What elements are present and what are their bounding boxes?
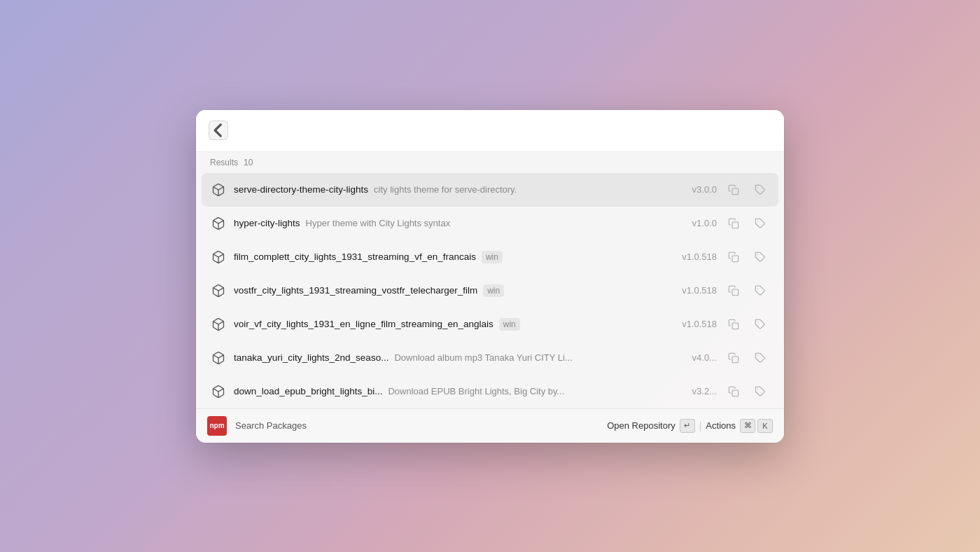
copy-button[interactable] bbox=[724, 247, 743, 267]
actions-button[interactable]: Actions bbox=[706, 420, 736, 431]
npm-logo: npm bbox=[207, 416, 227, 436]
package-icon bbox=[210, 249, 227, 265]
result-right: v3.2... bbox=[668, 382, 770, 401]
result-main: down_load_epub_bright_lights_bi...Downlo… bbox=[234, 386, 661, 396]
copy-button[interactable] bbox=[724, 214, 743, 233]
package-version: v1.0.518 bbox=[668, 319, 717, 329]
bookmark-button[interactable] bbox=[750, 180, 770, 200]
package-name: serve-directory-theme-city-lights bbox=[234, 184, 368, 195]
search-input[interactable]: city-lights bbox=[237, 124, 771, 137]
footer-divider: | bbox=[699, 420, 702, 432]
result-right: v4.0... bbox=[668, 348, 770, 368]
svg-rect-19 bbox=[732, 390, 738, 396]
result-item[interactable]: down_load_epub_bright_lights_bi...Downlo… bbox=[202, 375, 778, 408]
package-description: Download EPUB Bright Lights, Big City by… bbox=[388, 386, 564, 396]
results-header: Results 10 bbox=[196, 152, 784, 173]
svg-rect-16 bbox=[732, 357, 738, 363]
footer-actions: Open Repository ↵ | Actions ⌘ K bbox=[607, 419, 773, 433]
result-item[interactable]: voir_vf_city_lights_1931_en_ligne_film_s… bbox=[202, 308, 778, 341]
footer: npm Search Packages Open Repository ↵ | … bbox=[196, 408, 784, 443]
result-right: v3.0.0 bbox=[668, 180, 770, 200]
bookmark-button[interactable] bbox=[750, 382, 770, 401]
package-version: v1.0.518 bbox=[668, 285, 717, 296]
package-description: city lights theme for serve-directory. bbox=[374, 184, 517, 195]
result-right: v1.0.0 bbox=[668, 214, 770, 233]
results-count: 10 bbox=[244, 158, 253, 167]
result-right: v1.0.518 bbox=[668, 247, 770, 267]
package-name: vostfr_city_lights_1931_streaming_vostfr… bbox=[234, 285, 477, 296]
back-button[interactable] bbox=[209, 120, 228, 140]
actions-kbd-group: ⌘ K bbox=[740, 419, 773, 433]
package-name: down_load_epub_bright_lights_bi... bbox=[234, 386, 382, 396]
result-item[interactable]: tanaka_yuri_city_lights_2nd_seaso...Down… bbox=[202, 341, 778, 375]
copy-button[interactable] bbox=[724, 382, 743, 401]
result-item[interactable]: serve-directory-theme-city-lightscity li… bbox=[202, 173, 778, 207]
package-icon bbox=[210, 181, 227, 198]
copy-button[interactable] bbox=[724, 281, 743, 301]
search-packages-label: Search Packages bbox=[235, 420, 598, 431]
package-icon bbox=[210, 215, 227, 232]
result-right: v1.0.518 bbox=[668, 281, 770, 301]
result-main: vostfr_city_lights_1931_streaming_vostfr… bbox=[234, 284, 661, 297]
k-key: K bbox=[757, 419, 773, 433]
package-version: v1.0.0 bbox=[668, 218, 717, 228]
package-name: tanaka_yuri_city_lights_2nd_seaso... bbox=[234, 352, 388, 363]
package-description: Download album mp3 Tanaka Yuri CITY Li..… bbox=[394, 352, 572, 363]
result-main: film_complett_city_lights_1931_streaming… bbox=[234, 251, 661, 263]
result-main: voir_vf_city_lights_1931_en_ligne_film_s… bbox=[234, 318, 661, 331]
search-bar: city-lights bbox=[196, 110, 784, 152]
result-main: tanaka_yuri_city_lights_2nd_seaso...Down… bbox=[234, 352, 661, 363]
bookmark-button[interactable] bbox=[750, 315, 770, 334]
copy-button[interactable] bbox=[724, 315, 743, 334]
search-modal: city-lights Results 10 serve-directory-t… bbox=[196, 110, 784, 443]
results-label: Results bbox=[210, 158, 238, 167]
result-main: serve-directory-theme-city-lightscity li… bbox=[234, 184, 661, 195]
result-item[interactable]: hyper-city-lightsHyper theme with City L… bbox=[202, 207, 778, 240]
result-item[interactable]: vostfr_city_lights_1931_streaming_vostfr… bbox=[202, 274, 778, 308]
package-icon bbox=[210, 383, 227, 400]
package-tag: win bbox=[499, 318, 520, 331]
svg-rect-10 bbox=[732, 289, 738, 296]
package-icon bbox=[210, 350, 227, 366]
bookmark-button[interactable] bbox=[750, 214, 770, 233]
enter-kbd-group: ↵ bbox=[680, 419, 695, 433]
copy-button[interactable] bbox=[724, 348, 743, 368]
bookmark-button[interactable] bbox=[750, 348, 770, 368]
svg-rect-7 bbox=[732, 256, 738, 262]
enter-key: ↵ bbox=[680, 419, 695, 433]
package-icon bbox=[210, 316, 227, 333]
bookmark-button[interactable] bbox=[750, 247, 770, 267]
package-version: v4.0... bbox=[668, 352, 717, 363]
package-version: v3.0.0 bbox=[668, 184, 717, 195]
package-name: hyper-city-lights bbox=[234, 218, 300, 228]
copy-button[interactable] bbox=[724, 180, 743, 200]
svg-rect-1 bbox=[732, 188, 738, 195]
svg-rect-4 bbox=[732, 222, 738, 228]
cmd-key: ⌘ bbox=[740, 419, 755, 433]
result-item[interactable]: film_complett_city_lights_1931_streaming… bbox=[202, 240, 778, 274]
bookmark-button[interactable] bbox=[750, 281, 770, 301]
package-tag: win bbox=[483, 284, 504, 297]
package-icon bbox=[210, 282, 227, 299]
package-version: v3.2... bbox=[668, 386, 717, 396]
svg-rect-13 bbox=[732, 323, 738, 329]
results-list: serve-directory-theme-city-lightscity li… bbox=[196, 173, 784, 408]
package-version: v1.0.518 bbox=[668, 251, 717, 262]
open-repository-button[interactable]: Open Repository bbox=[607, 420, 676, 431]
package-name: voir_vf_city_lights_1931_en_ligne_film_s… bbox=[234, 319, 493, 329]
package-tag: win bbox=[482, 251, 503, 263]
result-main: hyper-city-lightsHyper theme with City L… bbox=[234, 218, 661, 228]
package-name: film_complett_city_lights_1931_streaming… bbox=[234, 251, 476, 262]
result-right: v1.0.518 bbox=[668, 315, 770, 334]
package-description: Hyper theme with City Lights syntax bbox=[306, 218, 451, 228]
